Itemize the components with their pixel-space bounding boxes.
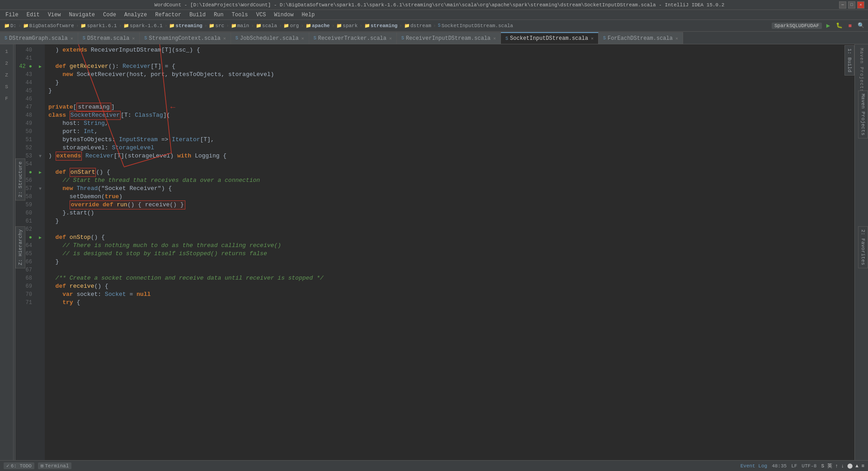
breadcrumb-bar: 📁 D: › 📁 BigDataSoftware › 📁 spark1.6.1 … <box>0 20 868 32</box>
menu-run[interactable]: Run <box>210 11 227 19</box>
left-sidebar: 1 2 Z S F <box>0 44 14 460</box>
breadcrumb-dstream[interactable]: 📁 dstream <box>403 23 433 29</box>
gutter-62 <box>36 225 45 233</box>
sidebar-project-icon[interactable]: 1 <box>1 46 12 57</box>
tab-streaming-context-label: StreamingContext.scala <box>149 35 220 42</box>
menu-build[interactable]: Build <box>186 11 209 19</box>
tab-receivertracker-close[interactable]: ✕ <box>388 36 393 41</box>
breadcrumb-spark[interactable]: 📁 spark-1.6.1 <box>122 23 164 29</box>
sidebar-hierarchy-icon[interactable]: Z <box>1 70 12 81</box>
code-line-69: def receive() { <box>48 282 851 290</box>
sidebar-structure2-icon[interactable]: S <box>1 81 12 92</box>
gutter-52 <box>36 144 45 152</box>
menu-refactor[interactable]: Refactor <box>151 11 185 19</box>
maven-projects-label[interactable]: Maven Projects <box>859 46 864 94</box>
tab-receivertracker[interactable]: S ReceiverTracker.scala ✕ <box>309 32 397 44</box>
breadcrumb-file[interactable]: S SocketInputDStream.scala <box>437 23 514 29</box>
breadcrumb-bigdata[interactable]: 📁 BigDataSoftware <box>22 23 75 29</box>
gutter-61 <box>36 217 45 225</box>
breadcrumb-streaming2[interactable]: 📁 streaming <box>363 23 399 29</box>
tab-streaming-context-close[interactable]: ✕ <box>222 36 227 41</box>
gutter-42[interactable]: ▶ <box>36 62 45 71</box>
menu-view[interactable]: View <box>44 11 65 19</box>
tab-streaming-context[interactable]: S StreamingContext.scala ✕ <box>140 32 231 44</box>
code-editor[interactable]: ) extends ReceiverInputDStream[T](ssc_) … <box>45 44 854 460</box>
terminal-badge[interactable]: ⊞ Terminal <box>38 462 71 469</box>
line-52: 52 <box>15 144 32 152</box>
breadcrumb-main-label: main <box>237 23 249 29</box>
menu-vcs[interactable]: VCS <box>253 11 270 19</box>
menu-file[interactable]: File <box>2 11 22 19</box>
sidebar-fav-icon[interactable]: F <box>1 93 12 104</box>
menu-edit[interactable]: Edit <box>23 11 43 19</box>
menu-navigate[interactable]: Navigate <box>65 11 99 19</box>
editor-area: 40 41 42 ● 43 44 45 46 47 48 49 50 51 52… <box>15 44 868 460</box>
tab-jobscheduler-close[interactable]: ✕ <box>300 36 305 41</box>
title-bar: WordCount - [D:\IdeaProjects\WordCount] … <box>0 0 868 10</box>
window-controls[interactable]: ─ □ ✕ <box>839 1 864 9</box>
hierarchy-panel-tab[interactable]: Z: Hierarchy <box>15 226 25 268</box>
gutter-53[interactable]: ▼ <box>36 152 45 160</box>
folder-icon: 📁 <box>4 23 9 29</box>
breadcrumb-org[interactable]: 📁 org <box>282 23 300 29</box>
tab-jobscheduler-label: JobScheduler.scala <box>240 35 299 42</box>
menu-code[interactable]: Code <box>99 11 120 19</box>
minimize-button[interactable]: ─ <box>839 1 846 9</box>
cursor-position[interactable]: 48:35 <box>772 463 787 469</box>
build-panel-tab[interactable]: 1: Build <box>844 45 854 76</box>
structure-panel-tab[interactable]: 2: Structure <box>15 158 25 200</box>
breadcrumb-apache[interactable]: 📁 apache <box>304 23 331 29</box>
tab-dstream[interactable]: S DStream.scala ✕ <box>78 32 140 44</box>
gutter-57[interactable]: ▼ <box>36 185 45 193</box>
tab-socketinputdstream-close[interactable]: ✕ <box>590 36 594 41</box>
code-line-68: /** Create a socket connection and recei… <box>48 274 851 282</box>
search-everywhere-icon[interactable]: 🔍 <box>856 21 865 30</box>
gutter-63[interactable]: ▶ <box>36 233 45 242</box>
breadcrumb-spark2[interactable]: 📁 spark <box>335 23 359 29</box>
toolbar-right: SparkSQLUDFUDAF ▶ 🐛 ◼ 🔍 <box>772 21 865 30</box>
breadcrumb-spark161[interactable]: 📁 spark1.6.1 <box>79 23 118 29</box>
code-line-42: def getReceiver(): Receiver[T] = { <box>48 62 851 71</box>
breadcrumb-src[interactable]: 📁 src <box>208 23 226 29</box>
code-line-67 <box>48 266 851 274</box>
tab-socketinputdstream[interactable]: S SocketInputDStream.scala ✕ <box>501 32 599 44</box>
tab-foreachdstream-close[interactable]: ✕ <box>675 36 679 41</box>
menu-tools[interactable]: Tools <box>228 11 252 19</box>
tab-dstreamgraph-label: DStreamGraph.scala <box>9 35 68 42</box>
line-ending[interactable]: LF <box>791 463 797 469</box>
tab-dstream-close[interactable]: ✕ <box>131 36 136 41</box>
todo-badge[interactable]: ✓ 6: TODO <box>4 462 34 469</box>
breadcrumb-bigdata-label: BigDataSoftware <box>29 23 74 29</box>
event-log-link[interactable]: Event Log <box>741 463 767 469</box>
breadcrumb-d[interactable]: 📁 D: <box>3 23 18 29</box>
tab-dstreamgraph[interactable]: S DStreamGraph.scala ✕ <box>0 32 78 44</box>
status-bar: ✓ 6: TODO ⊞ Terminal Event Log 48:35 LF … <box>0 460 868 471</box>
favorites-tab[interactable]: 2: Favorites <box>858 226 868 268</box>
maven-projects-tab[interactable]: Maven Projects <box>858 90 868 138</box>
close-button[interactable]: ✕ <box>857 1 864 9</box>
tab-receiverinputdstream[interactable]: S ReceiverInputDStream.scala ✕ <box>397 32 501 44</box>
breadcrumb-main[interactable]: 📁 main <box>230 23 250 29</box>
run-button[interactable]: ▶ <box>824 21 833 30</box>
menu-window[interactable]: Window <box>270 11 297 19</box>
menu-analyze[interactable]: Analyze <box>121 11 151 19</box>
tab-receivertracker-label: ReceiverTracker.scala <box>318 35 387 42</box>
code-line-59: override def run() { receive() } <box>48 201 851 209</box>
menu-help[interactable]: Help <box>298 11 318 19</box>
project-badge[interactable]: SparkSQLUDFUDAF <box>772 23 822 29</box>
gutter-41 <box>36 54 45 62</box>
tab-dstreamgraph-close[interactable]: ✕ <box>70 36 74 41</box>
debug-button[interactable]: 🐛 <box>835 21 844 30</box>
stop-button[interactable]: ◼ <box>845 21 854 30</box>
gutter-55[interactable]: ▶ <box>36 168 45 176</box>
tab-receiverinputdstream-close[interactable]: ✕ <box>492 36 497 41</box>
sidebar-structure-icon[interactable]: 2 <box>1 58 12 69</box>
breadcrumb-streaming[interactable]: 📁 streaming <box>168 23 203 29</box>
encoding[interactable]: UTF-8 <box>802 463 816 469</box>
tab-foreachdstream[interactable]: S ForEachDStream.scala ✕ <box>599 32 683 44</box>
gutter-48 <box>36 111 45 119</box>
gutter-46 <box>36 95 45 103</box>
tab-jobscheduler[interactable]: S JobScheduler.scala ✕ <box>231 32 309 44</box>
breadcrumb-scala[interactable]: 📁 scala <box>255 23 278 29</box>
maximize-button[interactable]: □ <box>848 1 855 9</box>
